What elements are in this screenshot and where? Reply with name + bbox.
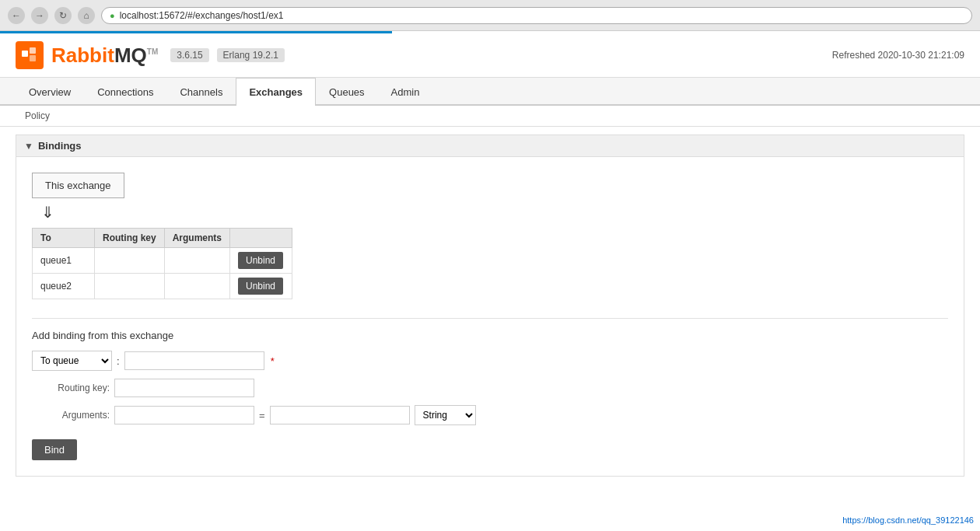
unbind-cell-1: Unbind	[230, 248, 292, 274]
content: ▼ Bindings This exchange ⇓ To Routing ke…	[0, 127, 980, 484]
logo-text: RabbitMQTM	[51, 44, 158, 68]
required-star: *	[271, 355, 275, 367]
home-button[interactable]: ⌂	[78, 7, 95, 24]
routing-key-2	[95, 274, 165, 299]
unbind-button-1[interactable]: Unbind	[238, 252, 283, 269]
main-nav: Overview Connections Channels Exchanges …	[0, 78, 980, 106]
table-row: queue1 Unbind	[33, 248, 292, 274]
arguments-2	[164, 274, 229, 299]
nav-item-connections[interactable]: Connections	[84, 78, 166, 106]
nav-item-overview[interactable]: Overview	[16, 78, 84, 106]
col-routing-key: Routing key	[95, 229, 165, 248]
add-binding-title: Add binding from this exchange	[32, 330, 948, 341]
bindings-section-header[interactable]: ▼ Bindings	[16, 134, 964, 157]
reload-button[interactable]: ↻	[54, 7, 72, 24]
arguments-type-select[interactable]: String Number Boolean	[415, 405, 476, 425]
destination-select[interactable]: To queue To exchange	[32, 351, 112, 371]
sub-nav-policy[interactable]: Policy	[16, 106, 59, 126]
arguments-value-input[interactable]	[270, 406, 410, 424]
routing-key-input[interactable]	[114, 379, 254, 397]
unbind-cell-2: Unbind	[230, 274, 292, 299]
logo-rabbit: Rabbit	[51, 44, 114, 67]
browser-chrome: ← → ↻ ⌂ ● localhost:15672/#/exchanges/ho…	[0, 0, 980, 31]
sub-nav: Policy	[0, 106, 980, 127]
svg-rect-0	[22, 51, 28, 57]
arguments-1	[164, 248, 229, 274]
unbind-button-2[interactable]: Unbind	[238, 278, 283, 295]
exchange-flow: This exchange ⇓	[32, 173, 948, 220]
routing-key-1	[95, 248, 165, 274]
erlang-badge: Erlang 19.2.1	[217, 48, 285, 62]
table-row: queue2 Unbind	[33, 274, 292, 299]
to-queue2: queue2	[33, 274, 95, 299]
nav-item-channels[interactable]: Channels	[166, 78, 236, 106]
col-action	[230, 229, 292, 248]
bind-button[interactable]: Bind	[32, 439, 77, 460]
svg-rect-1	[30, 47, 36, 54]
svg-rect-2	[30, 55, 36, 61]
arguments-label: Arguments:	[32, 410, 110, 421]
arrow-down-icon: ⇓	[41, 204, 948, 220]
address-bar[interactable]: ● localhost:15672/#/exchanges/host1/ex1	[101, 7, 972, 24]
arguments-row: Arguments: = String Number Boolean	[32, 405, 948, 425]
col-arguments: Arguments	[164, 229, 229, 248]
logo-mq: MQ	[114, 44, 147, 67]
nav-item-exchanges[interactable]: Exchanges	[236, 78, 316, 106]
add-binding-section: Add binding from this exchange To queue …	[32, 318, 948, 460]
exchange-box: This exchange	[32, 173, 124, 198]
nav-item-queues[interactable]: Queues	[316, 78, 378, 106]
equals-sign: =	[259, 410, 265, 421]
bindings-table: To Routing key Arguments queue1 Unbind q…	[32, 228, 292, 299]
logo: RabbitMQTM 3.6.15 Erlang 19.2.1	[16, 41, 285, 69]
top-bar: RabbitMQTM 3.6.15 Erlang 19.2.1 Refreshe…	[0, 33, 980, 78]
routing-key-label: Routing key:	[32, 383, 110, 393]
url-text: localhost:15672/#/exchanges/host1/ex1	[120, 10, 284, 21]
nav-item-admin[interactable]: Admin	[378, 78, 433, 106]
destination-input[interactable]	[124, 351, 264, 370]
col-to: To	[33, 229, 95, 248]
collapse-icon: ▼	[24, 141, 33, 152]
lock-icon: ●	[110, 11, 115, 20]
back-button[interactable]: ←	[8, 7, 25, 24]
logo-tm: TM	[147, 47, 158, 56]
forward-button[interactable]: →	[31, 7, 48, 24]
to-queue1: queue1	[33, 248, 95, 274]
arguments-key-input[interactable]	[114, 406, 254, 424]
logo-icon	[16, 41, 44, 69]
destination-colon: :	[117, 355, 120, 367]
routing-key-row: Routing key:	[32, 379, 948, 397]
bindings-title: Bindings	[38, 140, 82, 152]
version-badge: 3.6.15	[170, 48, 208, 62]
destination-row: To queue To exchange : *	[32, 351, 948, 371]
bindings-area: This exchange ⇓ To Routing key Arguments…	[16, 157, 964, 477]
refresh-info: Refreshed 2020-10-30 21:21:09	[832, 50, 964, 61]
